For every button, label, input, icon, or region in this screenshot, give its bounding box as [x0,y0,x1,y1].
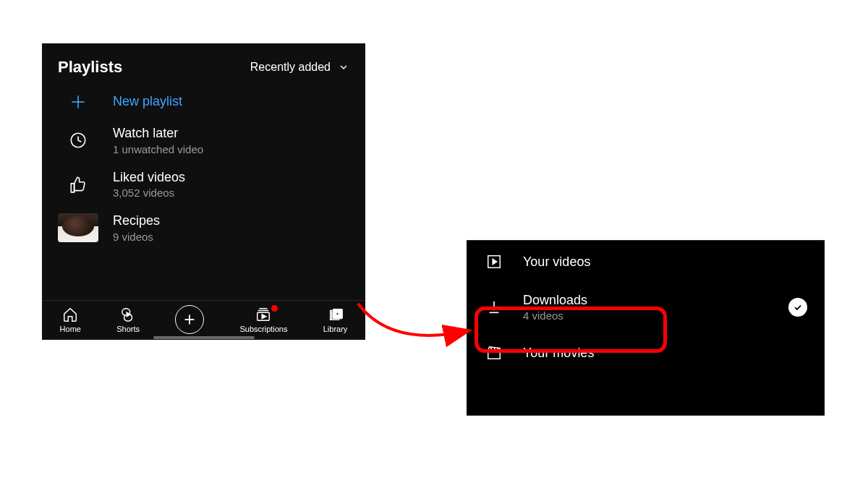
playlist-thumbnail [58,213,98,242]
download-complete-badge [788,298,807,317]
recipes-title: Recipes [113,213,160,229]
bottom-nav: Home Shorts Subscriptions Library [42,300,365,340]
chevron-down-icon [338,61,349,73]
plus-icon [182,312,197,328]
play-outline-icon [486,254,502,270]
download-icon [486,299,502,315]
your-movies-label: Your movies [523,346,807,361]
recipes-playlist-row[interactable]: Recipes 9 videos [42,206,365,246]
your-videos-row[interactable]: Your videos [467,241,825,283]
nav-create[interactable] [175,305,204,334]
page-title: Playlists [58,58,122,77]
thumbs-up-icon [69,175,88,194]
your-videos-label: Your videos [523,254,807,270]
nav-home-label: Home [60,325,81,333]
nav-home[interactable]: Home [60,307,81,333]
nav-library-label: Library [323,325,348,333]
liked-videos-title: Liked videos [113,170,185,186]
new-playlist-button[interactable]: New playlist [42,85,365,119]
nav-library[interactable]: Library [323,307,348,333]
notification-dot [271,305,278,312]
watch-later-row[interactable]: Watch later 1 unwatched video [42,119,365,163]
library-icon [328,307,344,322]
sort-label: Recently added [250,61,331,74]
downloads-row[interactable]: Downloads 4 videos [467,283,825,332]
liked-videos-row[interactable]: Liked videos 3,052 videos [42,163,365,207]
new-playlist-label: New playlist [113,94,182,110]
liked-videos-sub: 3,052 videos [113,187,185,199]
check-icon [793,302,803,312]
home-icon [62,307,78,322]
clock-icon [69,131,88,150]
clapperboard-icon [486,345,502,361]
watch-later-title: Watch later [113,126,203,142]
home-indicator [153,336,255,339]
subscriptions-icon [255,307,271,322]
svg-marker-9 [263,314,267,319]
nav-subscriptions[interactable]: Subscriptions [239,307,287,333]
nav-subscriptions-label: Subscriptions [239,325,287,333]
playlists-list: New playlist Watch later 1 unwatched vid… [42,82,365,300]
shorts-icon [120,307,136,322]
playlists-panel: Playlists Recently added New playlist Wa… [42,43,365,340]
library-panel: Your videos Downloads 4 videos Your movi… [467,240,825,416]
svg-rect-16 [488,350,501,359]
playlists-header: Playlists Recently added [42,43,365,82]
sort-button[interactable]: Recently added [250,61,349,74]
nav-shorts[interactable]: Shorts [116,307,140,333]
annotation-arrow [347,289,485,354]
nav-shorts-label: Shorts [116,325,140,333]
plus-icon [69,93,88,111]
your-movies-row[interactable]: Your movies [467,332,825,374]
svg-marker-13 [493,259,497,264]
watch-later-sub: 1 unwatched video [113,143,203,155]
recipes-sub: 9 videos [113,231,160,243]
downloads-sub: 4 videos [523,309,770,322]
downloads-label: Downloads [523,293,770,308]
